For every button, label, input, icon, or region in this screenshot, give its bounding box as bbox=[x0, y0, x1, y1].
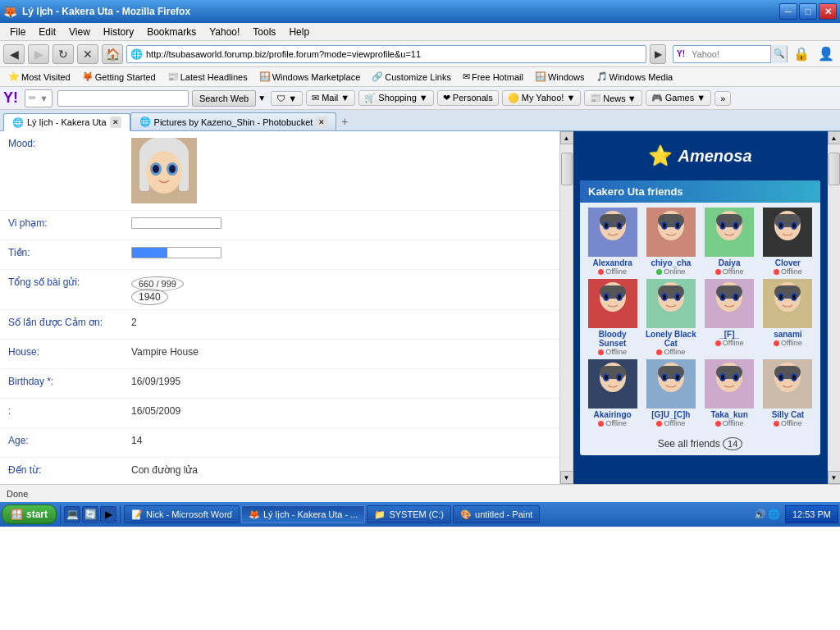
bookmark-hotmail[interactable]: ✉ Free Hotmail bbox=[458, 70, 528, 84]
friend-item-9[interactable]: [G]U_[C]h Offline bbox=[643, 359, 698, 427]
friend-item-4[interactable]: Bloody Sunset Offline bbox=[585, 279, 640, 356]
friend-status-0: Offline bbox=[598, 267, 627, 276]
yahoo-search-input[interactable] bbox=[57, 90, 189, 107]
friend-status-dot-11 bbox=[774, 421, 779, 427]
taskbar-quick-launch: 💻 🔄 ▶ bbox=[64, 506, 116, 523]
den-tu-row: Đến từ: Con đường lửa bbox=[0, 458, 559, 484]
friend-item-7[interactable]: sanami Offline bbox=[760, 279, 815, 356]
quick-launch-2[interactable]: 🔄 bbox=[82, 506, 98, 523]
bookmark-headlines[interactable]: 📰 Latest Headlines bbox=[162, 70, 253, 84]
back-button[interactable]: ◀ bbox=[3, 44, 25, 64]
firefox-taskbar-icon: 🦊 bbox=[249, 509, 260, 520]
friend-avatar-3 bbox=[763, 208, 812, 257]
yahoo-mail-btn[interactable]: ✉ Mail ▼ bbox=[306, 90, 355, 106]
close-button[interactable]: ✕ bbox=[819, 3, 837, 20]
svg-point-15 bbox=[618, 223, 621, 228]
tab-ly-lich[interactable]: 🌐 Lý lịch - Kakera Uta ✕ bbox=[3, 113, 130, 131]
friends-panel: ⭐ Amenosa Kakero Uta friends Ale bbox=[573, 131, 827, 484]
svg-point-70 bbox=[605, 375, 608, 380]
scroll-up-button[interactable]: ▲ bbox=[560, 131, 573, 144]
friend-item-1[interactable]: chiyo_cha Online bbox=[643, 208, 698, 276]
friend-item-8[interactable]: Akairingo Offline bbox=[585, 359, 640, 427]
yahoo-myyahoo-btn[interactable]: 🟡 My Yahoo! ▼ bbox=[502, 90, 582, 106]
scroll-thumb[interactable] bbox=[561, 153, 573, 185]
new-tab-button[interactable]: + bbox=[336, 112, 353, 130]
mail-icon: ✉ bbox=[463, 71, 470, 82]
menu-edit[interactable]: Edit bbox=[32, 25, 62, 39]
go-button[interactable]: ▶ bbox=[650, 44, 666, 64]
menu-history[interactable]: History bbox=[97, 25, 140, 39]
friend-status-10: Offline bbox=[715, 419, 744, 427]
friends-scroll-thumb[interactable] bbox=[829, 153, 840, 185]
friend-status-4: Offline bbox=[598, 348, 627, 356]
quick-launch-3[interactable]: ▶ bbox=[100, 506, 116, 523]
yahoo-search-btn[interactable]: Search Web bbox=[192, 90, 256, 107]
taskbar-firefox[interactable]: 🦊 Lý lịch - Kakera Uta - ... bbox=[241, 505, 365, 523]
tien-value bbox=[131, 247, 551, 258]
menu-file[interactable]: File bbox=[3, 25, 32, 39]
tab-photobucket[interactable]: 🌐 Pictures by Kazeno_Shin - Photobucket … bbox=[130, 112, 337, 130]
bookmark-marketplace[interactable]: 🪟 Windows Marketplace bbox=[254, 70, 366, 84]
taskbar-word[interactable]: 📝 Nick - Microsoft Word bbox=[124, 505, 240, 523]
friends-scroll-up[interactable]: ▲ bbox=[828, 131, 841, 144]
yahoo-shield-btn[interactable]: 🛡 ▼ bbox=[271, 91, 303, 106]
yahoo-personals-btn[interactable]: ❤ Personals bbox=[437, 90, 499, 106]
birthday-label: Birthday *: bbox=[8, 376, 131, 387]
menu-help[interactable]: Help bbox=[282, 25, 316, 39]
age-value: 14 bbox=[131, 435, 551, 446]
friend-status-dot-8 bbox=[598, 421, 604, 427]
url-input[interactable] bbox=[146, 49, 642, 59]
address-bar[interactable]: 🌐 bbox=[126, 45, 646, 63]
bookmark-windows[interactable]: 🪟 Windows bbox=[530, 70, 590, 84]
friend-name-8: Akairingo bbox=[594, 410, 632, 419]
friend-item-11[interactable]: Silly Cat Offline bbox=[760, 359, 815, 427]
link-icon: 🔗 bbox=[372, 71, 383, 82]
bookmark-getting-started[interactable]: 🦊 Getting Started bbox=[77, 70, 161, 84]
search-input[interactable] bbox=[688, 49, 770, 59]
friends-scroll-down[interactable]: ▼ bbox=[828, 471, 841, 484]
friend-status-7: Offline bbox=[774, 339, 802, 347]
scroll-down-button[interactable]: ▼ bbox=[560, 471, 573, 484]
forward-button[interactable]: ▶ bbox=[28, 44, 49, 64]
yahoo-more-btn[interactable]: » bbox=[714, 91, 731, 106]
see-all-friends[interactable]: See all friends 14 bbox=[580, 432, 820, 455]
maximize-button[interactable]: □ bbox=[799, 3, 817, 20]
home-button[interactable]: 🏠 bbox=[102, 44, 123, 64]
start-button[interactable]: 🪟 start bbox=[2, 504, 57, 524]
friend-item-3[interactable]: Clover Offline bbox=[760, 208, 815, 276]
bookmark-most-visited[interactable]: ⭐ Most Visited bbox=[3, 70, 75, 84]
friend-item-6[interactable]: _[F]_ Offline bbox=[702, 279, 757, 356]
bookmark-media[interactable]: 🎵 Windows Media bbox=[591, 70, 678, 84]
friend-item-2[interactable]: Daiya Offline bbox=[702, 208, 757, 276]
friend-name-4: Bloody Sunset bbox=[585, 330, 640, 348]
scroll-track bbox=[561, 144, 573, 471]
tab-close-1[interactable]: ✕ bbox=[316, 116, 327, 128]
menu-tools[interactable]: Tools bbox=[246, 25, 282, 39]
yahoo-news-btn[interactable]: 📰 News ▼ bbox=[584, 90, 641, 106]
quick-launch-1[interactable]: 💻 bbox=[64, 506, 80, 523]
nav-icon-1: 🔒 bbox=[791, 44, 812, 64]
search-bar: Y! 🔍 bbox=[673, 45, 788, 63]
reload-button[interactable]: ↻ bbox=[52, 44, 74, 64]
den-tu-label: Đến từ: bbox=[8, 464, 131, 476]
yahoo-shopping-btn[interactable]: 🛒 Shopping ▼ bbox=[358, 90, 434, 106]
friend-item-0[interactable]: Alexandra Offline bbox=[585, 208, 640, 276]
taskbar-paint[interactable]: 🎨 untitled - Paint bbox=[453, 505, 540, 523]
svg-point-7 bbox=[153, 165, 159, 173]
menu-bookmarks[interactable]: Bookmarks bbox=[140, 25, 203, 39]
tong-so-label: Tổng số bài gửi: bbox=[8, 276, 131, 288]
friend-item-5[interactable]: Lonely Black Cat Offline bbox=[643, 279, 698, 356]
menu-yahoo[interactable]: Yahoo! bbox=[203, 25, 246, 39]
yahoo-games-btn[interactable]: 🎮 Games ▼ bbox=[646, 90, 711, 106]
tab-close-0[interactable]: ✕ bbox=[110, 116, 121, 128]
stop-button[interactable]: ✕ bbox=[77, 44, 98, 64]
friend-item-10[interactable]: Taka_kun Offline bbox=[702, 359, 757, 427]
bai-gui-value: 1940 bbox=[131, 289, 168, 305]
birthday-row: Birthday *: 16/09/1995 bbox=[0, 369, 559, 399]
menu-view[interactable]: View bbox=[62, 25, 97, 39]
minimize-button[interactable]: ─ bbox=[779, 3, 797, 20]
taskbar-explorer[interactable]: 📁 SYSTEM (C:) bbox=[367, 505, 451, 523]
search-button[interactable]: 🔍 bbox=[770, 45, 787, 63]
tab-icon-1: 🌐 bbox=[139, 116, 151, 127]
bookmark-customize[interactable]: 🔗 Customize Links bbox=[367, 70, 456, 84]
